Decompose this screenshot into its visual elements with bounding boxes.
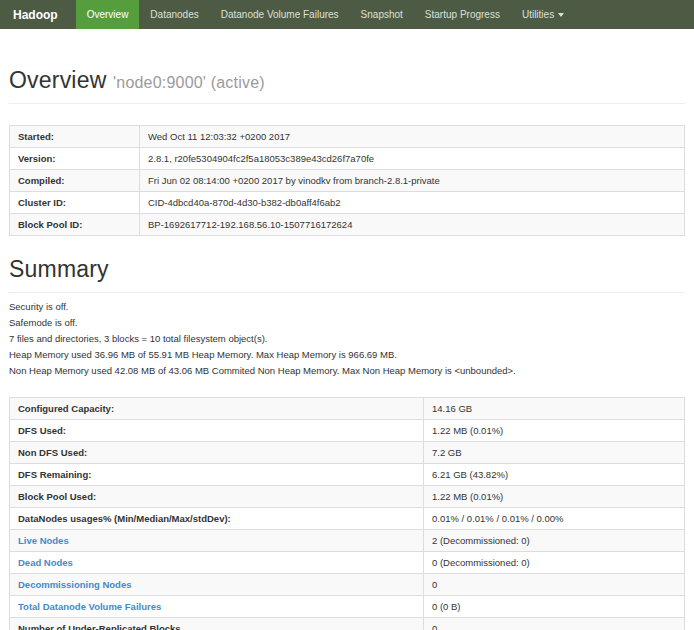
nav-tab-overview[interactable]: Overview [76,0,140,29]
row-value: 0.01% / 0.01% / 0.01% / 0.00% [424,508,685,530]
nav-tab-datanodes-link[interactable]: Datanodes [139,0,209,29]
total-datanode-volume-failures-link[interactable]: Total Datanode Volume Failures [18,601,161,612]
navbar-brand[interactable]: Hadoop [0,0,76,29]
page-content: Overview 'node0:9000' (active) Started: … [0,67,694,630]
row-label: DFS Remaining: [10,464,424,486]
row-label: Cluster ID: [10,192,140,214]
nav-tab-startup-progress-link[interactable]: Startup Progress [414,0,511,29]
nav-tab-datanode-volume-failures[interactable]: Datanode Volume Failures [210,0,350,29]
safemode-status: Safemode is off. [9,318,685,328]
row-value: Wed Oct 11 12:03:32 +0200 2017 [140,126,685,148]
row-value: 1.22 MB (0.01%) [424,486,685,508]
nav-tab-datanodes[interactable]: Datanodes [139,0,209,29]
summary-table: Configured Capacity: 14.16 GB DFS Used: … [9,397,685,630]
table-row: Non DFS Used: 7.2 GB [10,442,685,464]
table-row: Configured Capacity: 14.16 GB [10,398,685,420]
row-label: Started: [10,126,140,148]
nav-tab-startup-progress[interactable]: Startup Progress [414,0,511,29]
overview-header: Overview 'node0:9000' (active) [9,67,685,104]
table-row: DataNodes usages% (Min/Median/Max/stdDev… [10,508,685,530]
row-value: CID-4dbcd40a-870d-4d30-b382-db0aff4f6ab2 [140,192,685,214]
row-label: Number of Under-Replicated Blocks [10,618,424,630]
live-nodes-link[interactable]: Live Nodes [18,535,69,546]
table-row: Cluster ID: CID-4dbcd40a-870d-4d30-b382-… [10,192,685,214]
row-label: Total Datanode Volume Failures [10,596,424,618]
table-row: Compiled: Fri Jun 02 08:14:00 +0200 2017… [10,170,685,192]
page-title: Overview 'node0:9000' (active) [9,67,685,94]
table-row: DFS Remaining: 6.21 GB (43.82%) [10,464,685,486]
row-value: 14.16 GB [424,398,685,420]
row-value: 0 [424,618,685,630]
table-row: Version: 2.8.1, r20fe5304904fc2f5a18053c… [10,148,685,170]
row-label: Block Pool Used: [10,486,424,508]
namenode-address: 'node0:9000' (active) [113,74,265,91]
filesystem-objects: 7 files and directories, 3 blocks = 10 t… [9,334,685,344]
table-row: Block Pool Used: 1.22 MB (0.01%) [10,486,685,508]
row-value: 2 (Decommissioned: 0) [424,530,685,552]
row-label: Block Pool ID: [10,214,140,236]
chevron-down-icon [558,13,564,17]
row-value: 6.21 GB (43.82%) [424,464,685,486]
nav-tab-overview-link[interactable]: Overview [76,0,140,29]
row-label: Compiled: [10,170,140,192]
row-label: Version: [10,148,140,170]
row-label: Configured Capacity: [10,398,424,420]
dead-nodes-link[interactable]: Dead Nodes [18,557,73,568]
row-value: 0 (Decommissioned: 0) [424,552,685,574]
table-row: Decommissioning Nodes 0 [10,574,685,596]
heap-memory: Heap Memory used 36.96 MB of 55.91 MB He… [9,350,685,360]
overview-title: Overview [9,67,106,93]
summary-status: Security is off. Safemode is off. 7 file… [9,302,685,376]
row-label: DataNodes usages% (Min/Median/Max/stdDev… [10,508,424,530]
summary-title: Summary [9,256,685,283]
row-value: Fri Jun 02 08:14:00 +0200 2017 by vinodk… [140,170,685,192]
table-row: DFS Used: 1.22 MB (0.01%) [10,420,685,442]
row-value: 7.2 GB [424,442,685,464]
nav-tab-snapshot[interactable]: Snapshot [350,0,414,29]
row-value: 0 (0 B) [424,596,685,618]
table-row: Started: Wed Oct 11 12:03:32 +0200 2017 [10,126,685,148]
nav-tab-utilities-label: Utilities [522,9,554,20]
nav-tab-utilities-link[interactable]: Utilities [511,0,575,29]
nav-tab-utilities[interactable]: Utilities [511,0,575,29]
nav-tab-snapshot-link[interactable]: Snapshot [350,0,414,29]
row-label: DFS Used: [10,420,424,442]
table-row: Total Datanode Volume Failures 0 (0 B) [10,596,685,618]
row-label: Decommissioning Nodes [10,574,424,596]
table-row: Block Pool ID: BP-1692617712-192.168.56.… [10,214,685,236]
decommissioning-nodes-link[interactable]: Decommissioning Nodes [18,579,132,590]
non-heap-memory: Non Heap Memory used 42.08 MB of 43.06 M… [9,366,685,376]
row-value: 1.22 MB (0.01%) [424,420,685,442]
row-value: 0 [424,574,685,596]
table-row: Dead Nodes 0 (Decommissioned: 0) [10,552,685,574]
navbar-menu: Overview Datanodes Datanode Volume Failu… [76,0,575,29]
row-label: Non DFS Used: [10,442,424,464]
overview-table: Started: Wed Oct 11 12:03:32 +0200 2017 … [9,125,685,236]
summary-header: Summary [9,256,685,293]
row-value: BP-1692617712-192.168.56.10-150771617262… [140,214,685,236]
row-label: Live Nodes [10,530,424,552]
row-label: Dead Nodes [10,552,424,574]
table-row: Number of Under-Replicated Blocks 0 [10,618,685,630]
security-status: Security is off. [9,302,685,312]
nav-tab-datanode-volume-failures-link[interactable]: Datanode Volume Failures [210,0,350,29]
row-value: 2.8.1, r20fe5304904fc2f5a18053c389e43cd2… [140,148,685,170]
navbar: Hadoop Overview Datanodes Datanode Volum… [0,0,694,29]
table-row: Live Nodes 2 (Decommissioned: 0) [10,530,685,552]
